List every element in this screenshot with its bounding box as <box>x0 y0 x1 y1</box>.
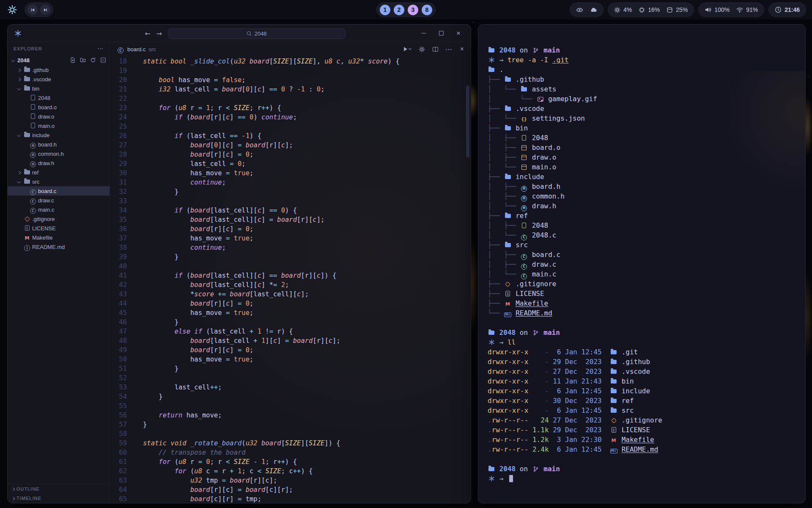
code-line-27[interactable]: 27 board[0][c] = board[r][c]; <box>110 141 471 150</box>
workspace-1[interactable]: 1 <box>380 5 390 15</box>
code-line-47[interactable]: 47 else if (last_cell + 1 != r) { <box>110 327 471 336</box>
close-editor-icon[interactable]: × <box>460 45 464 53</box>
minimize-button[interactable] <box>421 30 427 36</box>
explorer-item-2048[interactable]: 2048 <box>8 93 110 102</box>
terminal-window[interactable]: 2048 on main → tree -a -I .git .├── .git… <box>478 24 806 503</box>
code-line-25[interactable]: 25 <box>110 122 471 131</box>
code-line-36[interactable]: 36 board[r][c] = 0; <box>110 224 471 234</box>
code-line-33[interactable]: 33 <box>110 196 471 206</box>
code-line-24[interactable]: 24 if (board[r][c] == 0) continue; <box>110 113 471 122</box>
explorer-item-board.h[interactable]: Hboard.h <box>8 140 110 149</box>
explorer-item-common.h[interactable]: Hcommon.h <box>8 149 110 158</box>
code-line-42[interactable]: 42 board[last_cell][c] *= 2; <box>110 280 471 290</box>
close-button[interactable]: × <box>455 30 461 36</box>
explorer-item-board.o[interactable]: board.o <box>8 102 110 112</box>
code-line-41[interactable]: 41 if (board[last_cell][c] == board[r][c… <box>110 271 471 280</box>
chevron-right-icon[interactable] <box>17 170 22 174</box>
code-line-49[interactable]: 49 board[r][c] = 0; <box>110 345 471 355</box>
explorer-item-draw.c[interactable]: Cdraw.c <box>8 196 110 205</box>
code-line-61[interactable]: 61 for (u8 r = 0; r < SIZE - 1; r++) { <box>110 457 471 467</box>
breadcrumb-file[interactable]: board.c <box>127 46 145 52</box>
code-line-53[interactable]: 53 last_cell++; <box>110 383 471 392</box>
workspace-2[interactable]: 2 <box>394 5 404 15</box>
code-line-35[interactable]: 35 board[last_cell][c] = board[r][c]; <box>110 215 471 224</box>
chevron-down-icon[interactable] <box>17 133 22 137</box>
chevron-right-icon[interactable] <box>17 68 22 72</box>
code-line-26[interactable]: 26 if (last_cell == -1) { <box>110 131 471 141</box>
code-line-44[interactable]: 44 board[r][c] = 0; <box>110 299 471 308</box>
code-line-63[interactable]: 63 u32 tmp = board[r][c]; <box>110 476 471 485</box>
code-line-46[interactable]: 46 } <box>110 318 471 327</box>
code-line-62[interactable]: 62 for (u8 c = r + 1; c < SIZE; c++) { <box>110 467 471 476</box>
new-folder-icon[interactable] <box>80 57 86 63</box>
code-line-29[interactable]: 29 last_cell = 0; <box>110 159 471 168</box>
code-line-58[interactable]: 58 <box>110 429 471 439</box>
vscode-titlebar[interactable]: ← → 2048 × <box>8 25 471 42</box>
chevron-right-icon[interactable] <box>17 77 22 81</box>
nav-back-icon[interactable]: ← <box>145 30 150 38</box>
code-line-65[interactable]: 65 board[c][r] = tmp; <box>110 494 471 503</box>
workspace-3[interactable]: 3 <box>408 5 418 15</box>
code-line-48[interactable]: 48 board[last_cell + 1][c] = board[r][c]… <box>110 336 471 345</box>
clock-pill[interactable]: 21:46 <box>768 3 806 17</box>
chevron-down-icon[interactable] <box>17 86 22 91</box>
code-line-52[interactable]: 52 <box>110 373 471 383</box>
explorer-item-src[interactable]: src <box>8 177 110 186</box>
code-line-56[interactable]: 56 return has_move; <box>110 411 471 420</box>
cloud-icon[interactable] <box>590 6 597 14</box>
settings-gear-icon[interactable] <box>419 46 425 52</box>
explorer-more-icon[interactable]: ··· <box>98 46 104 51</box>
explorer-item-.gitignore[interactable]: .gitignore <box>8 214 110 224</box>
explorer-item-README.md[interactable]: iREADME.md <box>8 242 110 251</box>
volume-stat[interactable]: 100% <box>705 6 730 13</box>
explorer-item-.github[interactable]: .github <box>8 65 110 75</box>
explorer-item-main.o[interactable]: main.o <box>8 121 110 130</box>
explorer-item-bin[interactable]: bin <box>8 84 110 93</box>
code-line-20[interactable]: 20 bool has_move = false; <box>110 75 471 85</box>
explorer-header[interactable]: EXPLORER ··· <box>8 42 110 55</box>
wifi-stat[interactable]: 91% <box>736 6 758 13</box>
code-line-38[interactable]: 38 continue; <box>110 243 471 252</box>
code-line-23[interactable]: 23 for (u8 r = 1; r < SIZE; r++) { <box>110 103 471 113</box>
code-editor[interactable]: 18static bool _slide_col(u32 board[SIZE]… <box>110 56 471 503</box>
explorer-item-Makefile[interactable]: MMakefile <box>8 233 110 242</box>
media-prev-icon[interactable] <box>27 5 38 15</box>
code-line-43[interactable]: 43 *score += board[last_cell][c]; <box>110 290 471 299</box>
outline-panel[interactable]: OUTLINE <box>8 484 110 494</box>
code-line-18[interactable]: 18static bool _slide_col(u32 board[SIZE]… <box>110 57 471 66</box>
code-line-60[interactable]: 60 // transpose the board <box>110 448 471 457</box>
code-line-39[interactable]: 39 } <box>110 252 471 262</box>
code-line-21[interactable]: 21 i32 last_cell = board[0][c] == 0 ? -1… <box>110 85 471 94</box>
timeline-panel[interactable]: TIMELINE <box>8 494 110 503</box>
eye-icon[interactable] <box>576 6 583 14</box>
explorer-item-draw.h[interactable]: Hdraw.h <box>8 158 110 168</box>
chevron-down-icon[interactable] <box>17 179 22 184</box>
explorer-item-draw.o[interactable]: draw.o <box>8 112 110 121</box>
new-file-icon[interactable] <box>70 57 76 63</box>
explorer-item-include[interactable]: include <box>8 130 110 140</box>
nav-forward-icon[interactable]: → <box>156 30 162 38</box>
refresh-icon[interactable] <box>90 57 96 63</box>
explorer-item-LICENSE[interactable]: LICENSE <box>8 224 110 233</box>
launcher-logo-icon[interactable] <box>7 4 18 15</box>
code-line-51[interactable]: 51 } <box>110 364 471 373</box>
code-line-59[interactable]: 59static void _rotate_board(u32 board[SI… <box>110 439 471 448</box>
explorer-item-main.c[interactable]: Cmain.c <box>8 205 110 214</box>
code-line-45[interactable]: 45 has_move = true; <box>110 308 471 318</box>
explorer-item-.vscode[interactable]: .vscode <box>8 75 110 84</box>
code-line-22[interactable]: 22 <box>110 94 471 103</box>
breadcrumb-path[interactable]: src <box>148 46 156 52</box>
code-line-32[interactable]: 32 } <box>110 187 471 196</box>
maximize-button[interactable] <box>438 30 444 36</box>
code-line-64[interactable]: 64 board[r][c] = board[c][r]; <box>110 485 471 494</box>
code-line-31[interactable]: 31 continue; <box>110 178 471 187</box>
explorer-item-ref[interactable]: ref <box>8 168 110 177</box>
code-line-54[interactable]: 54 } <box>110 392 471 401</box>
run-file-icon[interactable] <box>404 47 411 51</box>
code-line-37[interactable]: 37 has_move = true; <box>110 234 471 243</box>
code-line-30[interactable]: 30 has_move = true; <box>110 168 471 178</box>
workspace-8[interactable]: 8 <box>422 5 432 15</box>
split-editor-icon[interactable] <box>433 47 438 52</box>
editor-scrollbar[interactable] <box>466 86 469 157</box>
command-center-search[interactable]: 2048 <box>168 28 346 39</box>
